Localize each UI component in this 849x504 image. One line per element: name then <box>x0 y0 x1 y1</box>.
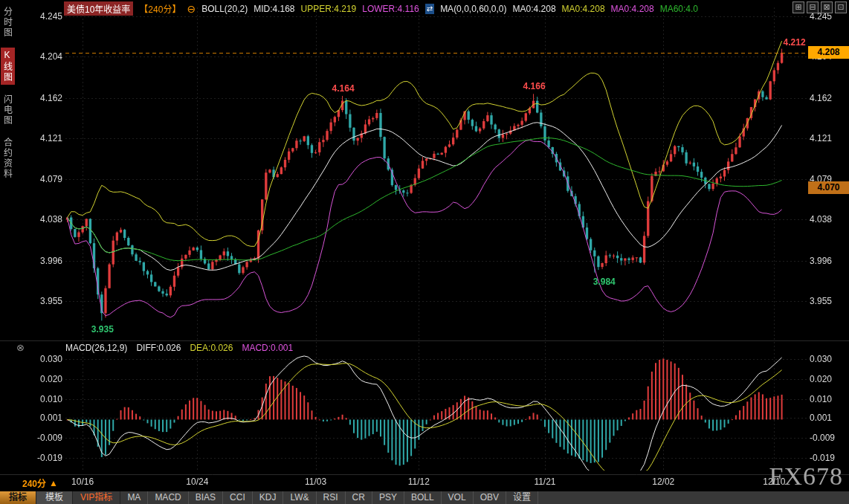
chart-type-sidebar: 分时图K线图闪电图合约资料 <box>0 4 15 181</box>
price-axis-label: 4.121 <box>810 133 848 143</box>
macd-label: MACD(26,12,9) <box>65 343 127 353</box>
price-axis-label: 4.204 <box>31 51 62 62</box>
price-annotation: 3.935 <box>91 324 114 335</box>
price-axis-label: 3.996 <box>31 256 62 266</box>
sidebar-tab[interactable]: K线图 <box>1 48 15 85</box>
price-axis-label: 3.955 <box>810 296 848 306</box>
kline-chart-canvas[interactable] <box>0 0 849 504</box>
toolbar-indicator[interactable]: BIAS <box>189 491 223 504</box>
brand-watermark: FX678 <box>769 462 843 491</box>
sidebar-tab[interactable]: 闪电图 <box>1 92 15 128</box>
macd-axis-label: 0.001 <box>31 413 62 423</box>
price-axis-label: 4.162 <box>31 93 62 103</box>
x-axis-date: 10/16 <box>71 476 94 487</box>
period-selector[interactable]: 240分 ▲ <box>22 476 58 489</box>
layout-rows-icon[interactable]: ⊟ <box>807 1 819 13</box>
instrument-title: 美债10年收益率 <box>64 1 133 16</box>
period-label: 【240分】 <box>139 2 181 15</box>
toolbar-vip-tab[interactable]: VIP指标 <box>73 491 120 504</box>
macd-axis-label: 0.010 <box>31 394 62 404</box>
price-annotation: 4.166 <box>523 81 546 91</box>
macd-axis-label: 0.020 <box>810 374 848 384</box>
price-axis-label: 4.079 <box>31 174 62 184</box>
toolbar-indicator[interactable]: CCI <box>223 491 253 504</box>
toolbar-indicator[interactable]: LW& <box>283 491 316 504</box>
macd-hist-value: MACD:0.001 <box>242 343 293 353</box>
macd-axis-label: -0.009 <box>31 433 62 443</box>
chart-header: 美债10年收益率 【240分】 ⊖ BOLL(20,2) MID:4.168 U… <box>64 1 698 16</box>
ma60-value: MA60:4.0 <box>660 4 698 14</box>
price-axis-label: 3.955 <box>31 296 62 306</box>
x-axis-date: 10/24 <box>186 476 208 487</box>
macd-axis-label: -0.019 <box>810 453 848 463</box>
macd-axis-label: 0.020 <box>31 374 62 384</box>
toolbar-settings[interactable]: 设置 <box>506 491 538 504</box>
ma0-value-2: MA0:4.208 <box>562 4 605 14</box>
toolbar-indicator[interactable]: MACD <box>148 491 188 504</box>
boll-label: BOLL(20,2) <box>201 4 248 14</box>
last-price-tag: 4.208 <box>808 46 849 59</box>
price-axis-label: 4.245 <box>31 11 62 22</box>
toolbar-indicator[interactable]: BOLL <box>404 491 442 504</box>
price-axis-label: 4.121 <box>31 133 62 143</box>
macd-axis-label: -0.019 <box>31 453 62 463</box>
layout-grid-icon[interactable]: ⊞ <box>792 1 804 13</box>
macd-axis-label: 0.010 <box>810 394 848 404</box>
price-axis-label: 4.162 <box>810 93 848 103</box>
x-axis-date: 11/12 <box>408 476 430 487</box>
toolbar-indicator[interactable]: PSY <box>372 491 404 504</box>
sidebar-tab[interactable]: 分时图 <box>1 4 15 40</box>
trading-terminal: 美债10年收益率 【240分】 ⊖ BOLL(20,2) MID:4.168 U… <box>0 0 849 504</box>
macd-axis-label: 0.030 <box>31 354 62 364</box>
macd-header: MACD(26,12,9) DIFF:0.026 DEA:0.026 MACD:… <box>65 343 293 353</box>
toolbar-indicator[interactable]: KDJ <box>253 491 284 504</box>
toolbar-indicator[interactable]: VOL <box>442 491 474 504</box>
zoom-out-icon[interactable]: ⊖ <box>187 3 196 15</box>
macd-axis-label: 0.001 <box>810 413 848 423</box>
layout-columns-icon[interactable]: ⊠ <box>821 1 833 13</box>
boll-upper-value: UPPER:4.219 <box>301 4 357 14</box>
price-axis-label: 3.996 <box>810 256 848 266</box>
indicator-swap-icon[interactable]: ⇄ <box>425 4 434 14</box>
macd-axis-label: 0.030 <box>810 354 848 364</box>
layout-single-icon[interactable]: ⊡ <box>835 1 847 13</box>
ma0-value-1: MA0:4.208 <box>513 4 556 14</box>
price-annotation: 4.164 <box>332 83 355 94</box>
ma-label: MA(0,0,0,60,0,0) <box>440 4 506 14</box>
period-text: 240分 <box>22 476 46 489</box>
boll-mid-value: MID:4.168 <box>254 4 294 14</box>
macd-axis-label: -0.009 <box>810 433 848 443</box>
macd-dea-value: DEA:0.026 <box>190 343 233 353</box>
macd-diff-value: DIFF:0.026 <box>136 343 181 353</box>
period-arrow-icon: ▲ <box>49 478 58 488</box>
x-axis-date: 12/02 <box>652 476 674 487</box>
toolbar-indicator[interactable]: MA <box>120 491 148 504</box>
sidebar-tab[interactable]: 合约资料 <box>1 135 15 181</box>
ma0-value-3: MA0:4.208 <box>611 4 654 14</box>
price-annotation: 4.212 <box>784 37 806 48</box>
macd-panel-icon[interactable]: ⊗ <box>16 342 25 353</box>
reference-price-tag: 4.070 <box>808 181 849 194</box>
window-layout-buttons: ⊞⊟⊠⊡ <box>792 1 847 13</box>
boll-lower-value: LOWER:4.116 <box>362 4 419 14</box>
toolbar-indicator[interactable]: OBV <box>474 491 506 504</box>
bottom-toolbar: 指标模板VIP指标MAMACDBIASCCIKDJLW&RSICRPSYBOLL… <box>0 491 849 504</box>
x-axis-date: 11/21 <box>534 476 555 487</box>
toolbar-tab[interactable]: 指标 <box>0 491 36 504</box>
price-axis-label: 4.038 <box>810 214 848 224</box>
toolbar-tab[interactable]: 模板 <box>36 491 73 504</box>
price-axis-label: 4.038 <box>31 214 62 224</box>
toolbar-indicator[interactable]: CR <box>346 491 372 504</box>
toolbar-indicator[interactable]: RSI <box>317 491 346 504</box>
x-axis-date: 11/03 <box>305 476 326 487</box>
price-annotation: 3.984 <box>593 277 616 287</box>
